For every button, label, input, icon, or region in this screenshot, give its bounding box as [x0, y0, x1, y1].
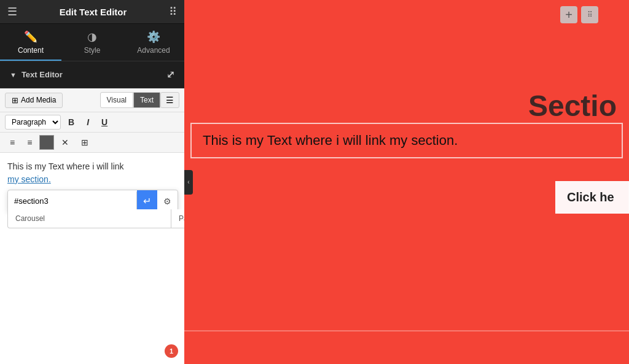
left-panel: ☰ Edit Text Editor ⠿ ✏️ Content ◑ Style … [0, 0, 184, 364]
link-dropdown-carousel[interactable]: Carousel [8, 209, 171, 228]
editor-link[interactable]: my section. [7, 174, 51, 184]
italic-button[interactable]: I [82, 115, 94, 130]
link-dropdown-page[interactable]: Page [171, 209, 184, 228]
paragraph-select[interactable]: Paragraph [5, 115, 61, 130]
add-section-button[interactable]: + [560, 6, 577, 23]
grid-icon[interactable]: ⠿ [169, 5, 177, 18]
dots-menu-button[interactable]: ⠿ [581, 6, 598, 23]
clear-format-button[interactable]: ✕ [57, 135, 74, 150]
tab-style[interactable]: ◑ Style [61, 24, 123, 61]
ordered-list-button[interactable]: ≡ [22, 135, 37, 150]
editor-area: ⊞ Add Media Visual Text ☰ Paragraph B I … [0, 88, 184, 364]
tab-advanced[interactable]: ⚙️ Advanced [123, 24, 184, 61]
add-media-label: Add Media [21, 96, 56, 104]
collapse-icon: ‹ [187, 179, 189, 185]
tab-content[interactable]: ✏️ Content [0, 24, 61, 61]
section-title: Sectio [528, 89, 617, 123]
tab-visual-button[interactable]: Visual [100, 92, 133, 108]
bold-button[interactable]: B [63, 115, 79, 130]
bottom-counter: 1 [165, 344, 178, 358]
editor-text: This is my Text where i will link [7, 161, 124, 171]
visual-text-tabs: Visual Text ☰ [100, 92, 179, 108]
link-confirm-button[interactable]: ↵ [137, 190, 157, 212]
section-label: Text Editor [21, 70, 63, 79]
collapse-arrow-icon[interactable]: ▼ [10, 71, 17, 79]
style-icon: ◑ [87, 30, 97, 44]
main-content: + ⠿ Sectio This is my Text where i will … [184, 0, 629, 364]
link-dropdown: Carousel Page [7, 209, 184, 228]
tab-content-label: Content [18, 46, 44, 55]
panel-title: Edit Text Editor [60, 7, 127, 17]
enter-icon: ↵ [143, 195, 151, 207]
bottom-red-bar [184, 330, 629, 364]
pin-icon[interactable]: ⤢ [166, 69, 174, 80]
advanced-icon: ⚙️ [147, 30, 160, 44]
tab-text-button[interactable]: Text [133, 92, 160, 108]
table-insert-button[interactable]: ⊞ [76, 135, 93, 150]
list-icon-button[interactable]: ☰ [160, 92, 179, 108]
tab-advanced-label: Advanced [137, 46, 170, 55]
link-input[interactable] [8, 192, 137, 211]
link-settings-button[interactable]: ⚙ [157, 192, 178, 211]
tab-style-label: Style [84, 46, 101, 55]
panel-header: ☰ Edit Text Editor ⠿ [0, 0, 184, 24]
toolbar-row3: ≡ ≡ ✕ ⊞ [0, 133, 184, 153]
gear-icon: ⚙ [163, 196, 171, 206]
color-swatch[interactable] [39, 135, 54, 150]
section-header: ▼ Text Editor ⤢ [0, 61, 184, 88]
editor-content[interactable]: This is my Text where i will link my sec… [0, 153, 184, 364]
underline-button[interactable]: U [96, 115, 112, 130]
text-box: This is my Text where i will link my sec… [190, 123, 623, 158]
content-icon: ✏️ [24, 30, 37, 44]
hamburger-icon[interactable]: ☰ [7, 5, 17, 18]
collapse-button[interactable]: ‹ [184, 170, 193, 195]
toolbar-row2: Paragraph B I U [0, 112, 184, 133]
expand-controls: + ⠿ [560, 6, 598, 23]
add-media-button[interactable]: ⊞ Add Media [5, 93, 63, 108]
click-button[interactable]: Click he [555, 181, 629, 214]
tabs-row: ✏️ Content ◑ Style ⚙️ Advanced [0, 24, 184, 61]
toolbar-row1: ⊞ Add Media Visual Text ☰ [0, 88, 184, 112]
add-media-icon: ⊞ [12, 96, 18, 105]
unordered-list-button[interactable]: ≡ [5, 135, 20, 150]
